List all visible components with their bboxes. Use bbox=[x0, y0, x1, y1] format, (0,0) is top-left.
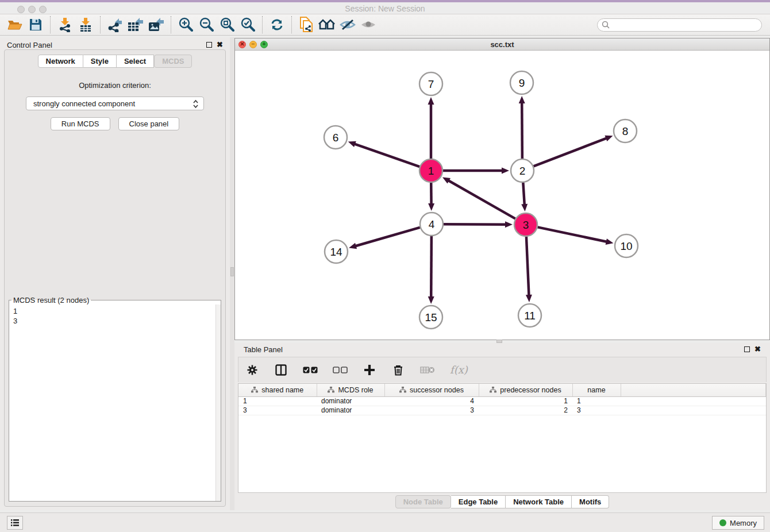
search-input[interactable] bbox=[597, 18, 762, 32]
app-titlebar: Session: New Session bbox=[0, 2, 770, 14]
table-row[interactable]: 1dominator411 bbox=[238, 396, 766, 406]
select-all-checkbox-icon[interactable] bbox=[303, 361, 318, 379]
table-cell[interactable]: dominator bbox=[317, 396, 384, 406]
zoom-in-icon[interactable] bbox=[175, 16, 196, 33]
home-icon[interactable] bbox=[317, 16, 337, 33]
graph-edge-3-11[interactable] bbox=[526, 237, 529, 295]
graph-edge-2-8[interactable] bbox=[534, 138, 607, 167]
column-header-predecessor-nodes[interactable]: predecessor nodes bbox=[479, 384, 572, 396]
export-image-icon[interactable] bbox=[146, 16, 167, 33]
import-network-icon[interactable] bbox=[55, 16, 75, 33]
criterion-dropdown[interactable]: strongly connected component bbox=[26, 97, 204, 110]
tab-select[interactable]: Select bbox=[117, 55, 154, 68]
add-column-icon[interactable] bbox=[363, 361, 376, 379]
optimization-criterion-label: Optimization criterion: bbox=[5, 81, 225, 90]
table-cell[interactable]: 2 bbox=[479, 406, 572, 415]
table-cell[interactable]: 3 bbox=[238, 406, 317, 415]
vertical-splitter[interactable] bbox=[230, 37, 234, 510]
table-panel-title: Table Panel bbox=[244, 345, 283, 354]
toolbar-separator bbox=[291, 16, 292, 33]
memory-button[interactable]: Memory bbox=[712, 516, 764, 530]
deselect-all-checkbox-icon[interactable] bbox=[333, 361, 348, 379]
show-all-icon[interactable] bbox=[358, 16, 379, 33]
graph-edge-3-10[interactable] bbox=[538, 227, 607, 241]
table-cell[interactable]: 3 bbox=[384, 406, 479, 415]
function-builder-icon[interactable]: f(x) bbox=[450, 361, 468, 379]
export-network-icon[interactable] bbox=[105, 16, 125, 33]
column-header-name[interactable]: name bbox=[572, 384, 621, 396]
import-table-icon[interactable] bbox=[75, 16, 96, 33]
column-header-MCDS-role[interactable]: MCDS role bbox=[317, 384, 384, 396]
task-history-button[interactable] bbox=[7, 516, 23, 530]
control-panel-tabs: NetworkStyleSelectMCDS bbox=[0, 55, 230, 68]
toolbar-separator bbox=[100, 16, 101, 33]
mcds-result-list[interactable]: 1 3 bbox=[9, 304, 215, 501]
tab-node-table[interactable]: Node Table bbox=[395, 495, 451, 508]
graph-edge-2-3[interactable] bbox=[523, 183, 524, 205]
sort-tree-icon bbox=[251, 387, 258, 393]
table-cell[interactable]: 1 bbox=[479, 396, 572, 406]
float-table-panel-icon[interactable] bbox=[744, 346, 750, 352]
node-table[interactable]: shared nameMCDS rolesuccessor nodesprede… bbox=[238, 383, 767, 493]
network-window-titlebar[interactable]: ✕ − + scc.txt bbox=[235, 38, 769, 51]
sort-tree-icon bbox=[328, 387, 334, 393]
delete-column-icon[interactable] bbox=[391, 361, 405, 379]
mcds-result-scrollbar[interactable] bbox=[215, 304, 221, 501]
close-panel-icon[interactable]: ✖ bbox=[217, 42, 223, 48]
graph-arrowhead bbox=[502, 168, 509, 174]
zoom-selected-icon[interactable] bbox=[237, 16, 258, 33]
network-view-window: ✕ − + scc.txt 7968124314101511 bbox=[234, 38, 770, 340]
export-table-icon[interactable] bbox=[125, 16, 146, 33]
duplicate-network-icon[interactable] bbox=[296, 16, 317, 33]
tab-network-table[interactable]: Network Table bbox=[506, 495, 572, 508]
table-cell[interactable]: 4 bbox=[384, 396, 479, 406]
refresh-icon[interactable] bbox=[267, 16, 287, 33]
table-row[interactable]: 3dominator323 bbox=[238, 406, 766, 415]
tab-edge-table[interactable]: Edge Table bbox=[451, 495, 506, 508]
graph-edge-4-15[interactable] bbox=[431, 236, 432, 297]
mcds-result-title: MCDS result (2 nodes) bbox=[11, 296, 91, 304]
table-cell[interactable]: 3 bbox=[572, 406, 621, 415]
tab-motifs[interactable]: Motifs bbox=[572, 495, 609, 508]
graph-node-label: 2 bbox=[519, 165, 526, 177]
sort-tree-icon bbox=[399, 387, 406, 393]
tab-network[interactable]: Network bbox=[38, 55, 83, 68]
network-title: scc.txt bbox=[235, 40, 769, 49]
zoom-fit-icon[interactable] bbox=[217, 16, 237, 33]
graph-edge-3-1[interactable] bbox=[448, 180, 515, 218]
tab-style[interactable]: Style bbox=[83, 55, 117, 68]
graph-node-label: 15 bbox=[425, 311, 437, 323]
graph-arrowhead bbox=[519, 96, 525, 103]
table-cell[interactable]: 1 bbox=[572, 396, 621, 406]
split-columns-icon[interactable] bbox=[274, 361, 288, 379]
float-panel-icon[interactable] bbox=[206, 42, 212, 48]
open-session-icon[interactable] bbox=[5, 16, 25, 33]
graph-node-label: 9 bbox=[519, 77, 525, 89]
save-session-icon[interactable] bbox=[25, 16, 46, 33]
toolbar-separator bbox=[171, 16, 171, 33]
table-cell[interactable]: dominator bbox=[317, 406, 384, 415]
graph-edge-2-9[interactable] bbox=[522, 103, 522, 159]
graph-node-label: 1 bbox=[428, 165, 434, 177]
network-canvas[interactable]: 7968124314101511 bbox=[235, 51, 769, 340]
column-header-shared-name[interactable]: shared name bbox=[238, 384, 317, 396]
hide-selected-icon[interactable] bbox=[337, 16, 358, 33]
tab-mcds[interactable]: MCDS bbox=[154, 55, 192, 68]
graph-edge-4-3[interactable] bbox=[444, 224, 506, 225]
network-graph[interactable]: 7968124314101511 bbox=[235, 51, 769, 340]
toolbar-separator bbox=[50, 16, 51, 33]
splitter-grip[interactable] bbox=[230, 267, 234, 276]
delete-table-icon[interactable] bbox=[420, 361, 435, 379]
gear-icon[interactable] bbox=[245, 361, 259, 379]
run-mcds-button[interactable]: Run MCDS bbox=[51, 117, 110, 130]
graph-node-label: 11 bbox=[524, 310, 536, 322]
graph-edge-1-6[interactable] bbox=[355, 144, 419, 167]
close-table-panel-icon[interactable]: ✖ bbox=[754, 346, 761, 352]
column-header-successor-nodes[interactable]: successor nodes bbox=[384, 384, 479, 396]
zoom-out-icon[interactable] bbox=[196, 16, 217, 33]
table-tabs: Node TableEdge TableNetwork TableMotifs bbox=[395, 495, 610, 508]
close-panel-button[interactable]: Close panel bbox=[118, 117, 180, 130]
graph-edge-4-14[interactable] bbox=[356, 228, 420, 246]
graph-arrowhead bbox=[605, 136, 613, 141]
table-cell[interactable]: 1 bbox=[238, 396, 317, 406]
